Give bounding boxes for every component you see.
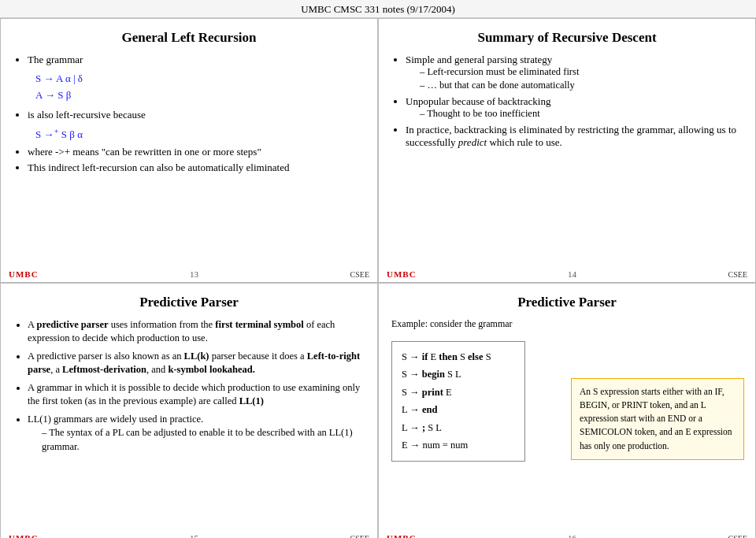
slide3-bullet4: LL(1) grammars are widely used in practi…	[28, 413, 365, 455]
slide4-csee-logo: CSEE	[728, 534, 747, 538]
slide1-where: where ->+ means "can be rewritten in one…	[28, 146, 365, 158]
slide2-predict-italic: predict	[458, 136, 487, 148]
slide3-bullet1: A predictive parser uses information fro…	[28, 318, 365, 346]
slide3-csee-logo: CSEE	[350, 534, 369, 538]
slide3-ll1: LL(1)	[239, 395, 264, 406]
slide2-bullet2: Unpopular because of backtracking Though…	[406, 95, 743, 120]
slide1-grammar2: A → S β	[35, 87, 365, 104]
slide1-splus: S →+ S β α	[35, 126, 365, 141]
slide2-sub1b: … but that can be done automatically	[420, 80, 743, 91]
slide3-umbc-logo: UMBC	[9, 533, 39, 538]
slide3-bullet2: A predictive parser is also known as an …	[28, 350, 365, 377]
slide2-sub1a: Left-recursion must be eliminated first	[420, 66, 743, 78]
slide3-num: 15	[190, 533, 198, 538]
slide3-sub4a: The syntax of a PL can be adjusted to en…	[42, 426, 365, 454]
slide4-gline-5: E → num = num	[402, 436, 515, 455]
slide4-gline-3: L → end	[402, 401, 515, 419]
slide1-bullet2: is also left-recursive because S →+ S β …	[28, 109, 365, 141]
slide4-gline-2: S → print E	[402, 384, 515, 402]
slide1-umbc-logo: UMBC	[9, 269, 39, 279]
slide4-umbc-logo: UMBC	[387, 533, 417, 538]
slide2-title: Summary of Recursive Descent	[391, 30, 743, 46]
slide4-gline-4: L → ; S L	[402, 419, 515, 437]
slide3-bullet3: A grammar in which it is possible to dec…	[28, 381, 365, 409]
slide-predictive-parser-right: Predictive Parser Example: consider the …	[378, 283, 756, 539]
slide-general-left-recursion: General Left Recursion The grammar S → A…	[0, 18, 378, 283]
page-title: UMBC CMSC 331 notes (9/17/2004)	[301, 3, 455, 15]
slide3-title: Predictive Parser	[13, 295, 365, 310]
slide3-leftmost: Leftmost-derivation	[62, 364, 146, 375]
slide4-title: Predictive Parser	[391, 295, 743, 310]
slide3-ksymbol: k-symbol lookahead.	[168, 364, 254, 375]
slide1-bullet3: This indirect left-recursion can also be…	[28, 161, 365, 174]
slide1-title: General Left Recursion	[13, 30, 365, 46]
slide4-footer: UMBC 16 CSEE	[379, 533, 755, 538]
slide2-umbc-logo: UMBC	[387, 269, 417, 279]
slide4-gline-1: S → begin S L	[402, 365, 515, 384]
slide1-footer: UMBC 13 CSEE	[1, 269, 377, 279]
slide4-num: 16	[568, 533, 576, 538]
slide3-bold1: predictive parser	[36, 319, 108, 330]
slide2-sub2a: Thought to be too inefficient	[420, 108, 743, 120]
slide3-footer: UMBC 15 CSEE	[1, 533, 377, 538]
slide2-bullet1: Simple and general parsing strategy Left…	[406, 54, 743, 91]
slide-predictive-parser-left: Predictive Parser A predictive parser us…	[0, 283, 378, 539]
top-bar: UMBC CMSC 331 notes (9/17/2004)	[0, 0, 756, 18]
slide2-num: 14	[568, 269, 576, 279]
slide-summary-recursive-descent: Summary of Recursive Descent Simple and …	[378, 18, 756, 283]
slide1-grammar1: S → A α | δ	[35, 71, 365, 87]
slide4-gline-0: S → if E then S else S	[402, 348, 515, 366]
slide2-bullet3: In practice, backtracking is eliminated …	[406, 124, 743, 149]
slide4-example-label: Example: consider the grammar	[391, 318, 743, 330]
slide4-grammar-box: S → if E then S else S S → begin S L S →…	[391, 341, 525, 462]
slide4-explain-box: An S expression starts either with an IF…	[571, 378, 744, 460]
slide1-grammar-box: S → A α | δ A → S β	[35, 71, 365, 104]
slide1-num: 13	[190, 269, 198, 279]
slide2-footer: UMBC 14 CSEE	[379, 269, 755, 279]
slide2-csee-logo: CSEE	[728, 270, 747, 279]
slide3-llk: LL(k)	[184, 351, 209, 362]
slide1-csee-logo: CSEE	[350, 270, 369, 279]
slide1-bullet1: The grammar S → A α | δ A → S β	[28, 54, 365, 104]
slide3-bold2: first terminal symbol	[215, 319, 303, 330]
